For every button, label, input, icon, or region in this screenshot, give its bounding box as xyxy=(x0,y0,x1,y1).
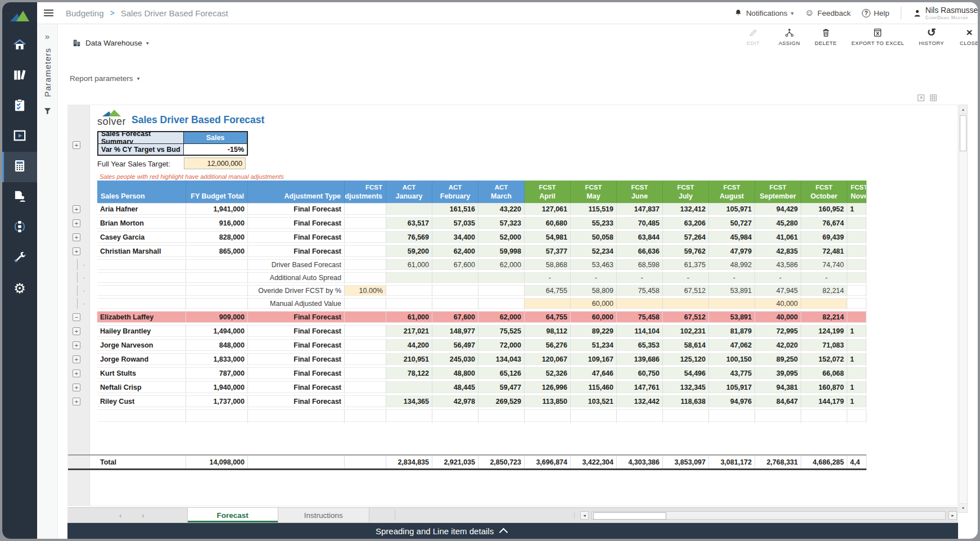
sidebar-item-library[interactable] xyxy=(2,61,37,91)
cell-month-february: 245,030 xyxy=(432,353,478,365)
sidebar-item-report[interactable] xyxy=(2,121,37,152)
cell-month-november xyxy=(847,217,866,229)
scroll-up-icon[interactable]: ▲ xyxy=(959,105,967,114)
export-to-excel-button[interactable]: EXPORT TO EXCEL xyxy=(851,27,904,46)
sidebar-item-settings[interactable]: ⚙ xyxy=(2,273,37,304)
close-button[interactable]: ×CLOSE xyxy=(959,27,978,46)
cell-month-june: 70,485 xyxy=(617,217,663,229)
help-button[interactable]: ? Help xyxy=(862,9,889,17)
cell-sales-person xyxy=(97,298,186,309)
empty-rows-area xyxy=(68,424,866,454)
cell-month-june: 147,837 xyxy=(617,203,663,215)
cell-month-february: 161,516 xyxy=(432,203,478,215)
cell-month-may: 60,000 xyxy=(571,311,617,323)
sidebar-item-document-user[interactable] xyxy=(2,182,37,213)
cell-month-september[interactable]: 40,000 xyxy=(755,298,801,309)
menu-icon[interactable] xyxy=(44,8,53,18)
breadcrumb-section[interactable]: Budgeting xyxy=(66,8,104,18)
row-expand-button[interactable]: + xyxy=(73,341,80,349)
row-expand-button[interactable]: + xyxy=(73,219,80,227)
cell-month-august: 50,727 xyxy=(709,217,755,229)
row-expand-button[interactable]: + xyxy=(73,247,80,255)
datasource-dropdown[interactable]: Data Warehouse ▾ xyxy=(72,38,149,48)
highlight-note: Sales people with red highlight have add… xyxy=(100,173,284,180)
filter-funnel-icon[interactable] xyxy=(43,106,52,118)
cell-month-july[interactable] xyxy=(663,298,709,309)
user-menu[interactable]: Nils Rasmussen CorpDemo Master xyxy=(913,6,978,20)
vertical-scrollbar[interactable]: ▲ ▼ xyxy=(959,105,968,513)
cell-month-june: 66,636 xyxy=(617,245,663,257)
horizontal-scroll-thumb[interactable] xyxy=(593,512,666,520)
history-button[interactable]: ↺HISTORY xyxy=(919,27,944,46)
grid-view-icon[interactable] xyxy=(929,93,938,102)
cell-month-august[interactable] xyxy=(709,298,755,309)
cell-month-september: 84,647 xyxy=(755,395,801,407)
table-row-kurt-stults: +Kurt Stults787,000Final Forecast78,1224… xyxy=(68,367,866,379)
row-gutter: · xyxy=(68,259,97,270)
scroll-down-icon[interactable]: ▼ xyxy=(959,503,967,512)
horizontal-scroll-track[interactable] xyxy=(591,511,946,520)
splitter-handle-icon[interactable]: ⋮ xyxy=(571,512,577,519)
row-gutter: + xyxy=(68,217,97,229)
delete-button[interactable]: DELETE xyxy=(815,27,837,46)
sidebar-item-tasks[interactable] xyxy=(2,91,37,121)
summary-expand-button[interactable]: + xyxy=(73,141,80,149)
cell-month-august: 53,891 xyxy=(709,311,755,323)
row-expand-button[interactable]: + xyxy=(73,205,80,213)
cell-sales-person xyxy=(97,272,186,283)
sheet-tab-instructions[interactable]: Instructions xyxy=(278,508,369,522)
sheet-tab-forecast[interactable]: Forecast xyxy=(187,508,278,522)
row-collapse-button[interactable]: − xyxy=(73,313,80,321)
sales-target-input[interactable]: 12,000,000 xyxy=(184,157,246,169)
cell-fy-budget-total: 1,737,000 xyxy=(186,395,248,407)
cell-month-april[interactable] xyxy=(525,298,571,309)
sidebar-item-home[interactable] xyxy=(2,30,37,61)
row-gutter: · xyxy=(68,272,97,283)
bell-icon xyxy=(734,8,743,17)
column-header-march: ACTMarch xyxy=(478,181,525,203)
row-expand-button[interactable]: + xyxy=(73,398,80,405)
excel-icon xyxy=(873,27,883,38)
assign-button[interactable]: ASSIGN xyxy=(779,27,800,46)
expand-parameters-icon[interactable]: » xyxy=(45,31,49,41)
cell-month-may xyxy=(571,409,617,422)
app-logo[interactable] xyxy=(2,2,37,30)
cell-month-june[interactable] xyxy=(617,298,663,309)
sidebar-item-workflow[interactable] xyxy=(2,213,37,243)
cell-month-may[interactable]: 60,000 xyxy=(571,298,617,309)
cell-month-october[interactable] xyxy=(801,298,847,309)
toolbar-button-label: HISTORY xyxy=(919,40,944,46)
cell-month-march xyxy=(478,285,525,296)
topbar-divider xyxy=(901,6,901,20)
cell-total-february: 2,921,035 xyxy=(432,456,478,468)
details-footer-toggle[interactable]: Spreading and Line item details xyxy=(67,523,958,539)
edit-button[interactable]: EDIT xyxy=(743,27,764,46)
cell-month-november xyxy=(847,409,866,422)
notifications-button[interactable]: Notifications ▾ xyxy=(734,8,794,17)
cell-fy-budget-total: 865,000 xyxy=(186,245,248,257)
row-expand-button[interactable]: + xyxy=(73,384,80,391)
row-expand-button[interactable]: + xyxy=(73,233,80,241)
row-expand-button[interactable]: + xyxy=(73,327,80,335)
cell-month-january xyxy=(386,298,432,309)
feedback-button[interactable]: ☺ Feedback xyxy=(805,8,851,17)
scroll-right-icon[interactable]: ► xyxy=(949,511,957,520)
sheet-tab-prev-icon[interactable]: ‹ xyxy=(119,508,121,522)
row-expand-button[interactable]: + xyxy=(73,369,80,377)
cell-month-march: 134,043 xyxy=(478,353,525,365)
row-expand-button[interactable]: + xyxy=(73,355,80,363)
vertical-scroll-thumb[interactable] xyxy=(960,115,967,151)
cell-month-april: 64,755 xyxy=(525,285,571,296)
report-parameters-toggle[interactable]: Report parameters ▾ xyxy=(70,74,140,83)
column-header-april: FCSTApril xyxy=(525,181,571,203)
sidebar-item-calculator[interactable] xyxy=(2,152,37,182)
workflow-icon xyxy=(12,219,27,236)
cell-month-march: 269,529 xyxy=(478,395,525,407)
cell-fcst-adjustments[interactable]: 10.00% xyxy=(345,285,386,296)
cell-fcst-adjustments xyxy=(345,231,386,243)
sidebar-item-tools[interactable] xyxy=(2,243,37,273)
cell-month-july: 67,512 xyxy=(663,285,709,296)
column-header-adjustments: FCSTAdjustments xyxy=(345,181,386,203)
scroll-left-icon[interactable]: ◄ xyxy=(580,511,589,520)
expand-view-icon[interactable] xyxy=(916,93,925,102)
